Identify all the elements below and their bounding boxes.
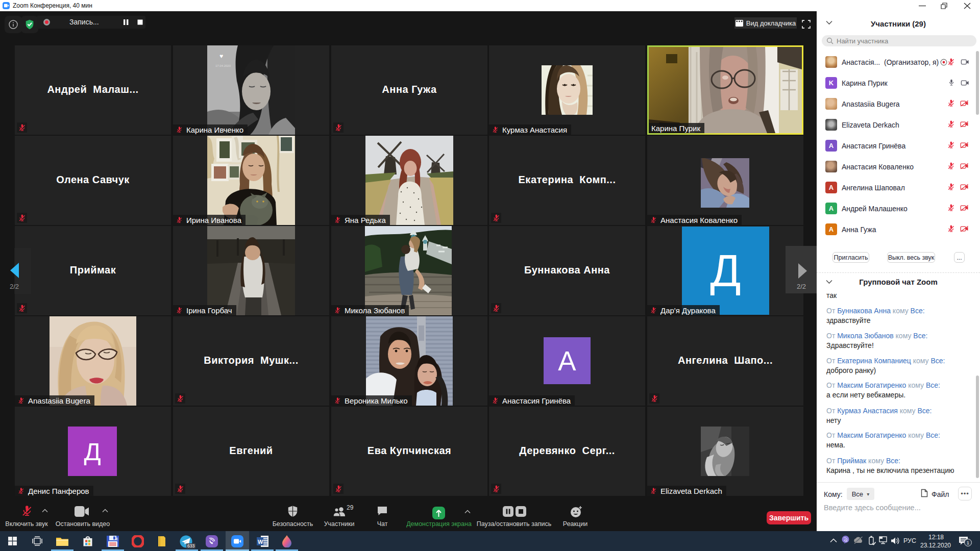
svg-text:♥: ♥ xyxy=(219,53,223,60)
svg-text:17.04.2020: 17.04.2020 xyxy=(215,64,231,67)
svg-text:W: W xyxy=(258,539,263,545)
svg-text:E: E xyxy=(115,537,118,541)
